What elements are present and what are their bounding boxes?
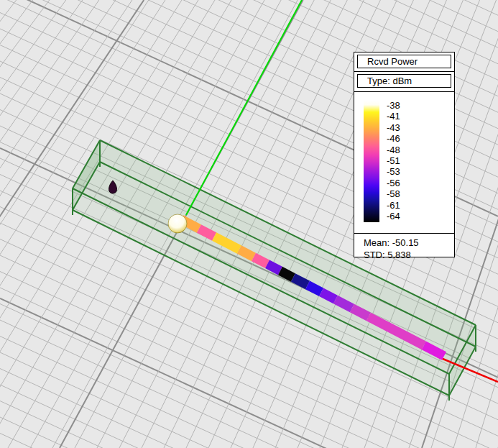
colorbar-tick-label: -51 bbox=[387, 155, 430, 167]
colorbar-tick-label: -41 bbox=[387, 111, 430, 122]
legend-title-box: Rcvd Power bbox=[357, 55, 451, 68]
legend-title-section: Rcvd Power bbox=[354, 55, 454, 72]
std-value: STD: 5.838 bbox=[364, 249, 454, 261]
route-segment[interactable] bbox=[267, 264, 280, 270]
colorbar-tick-label: -61 bbox=[387, 200, 430, 211]
route-segment[interactable] bbox=[293, 278, 308, 285]
colorbar-tick-label: -43 bbox=[387, 122, 430, 134]
colorbar-tick-label: -53 bbox=[387, 166, 430, 178]
colorbar-tick-label: -58 bbox=[387, 188, 430, 200]
colorbar-tick-label: -64 bbox=[387, 211, 430, 222]
colorbar-gradient bbox=[364, 100, 379, 222]
colorbar-tick-label: -46 bbox=[387, 133, 430, 145]
route-segment[interactable] bbox=[254, 257, 267, 264]
viewport-3d[interactable]: Rcvd Power Type: dBm -38-41-43-46-48-51-… bbox=[0, 0, 498, 448]
colorbar-section: -38-41-43-46-48-51-53-56-58-61-64 bbox=[354, 92, 454, 234]
route-segment[interactable] bbox=[308, 285, 321, 292]
colorbar-tick-label: -38 bbox=[387, 100, 430, 111]
route-segment[interactable] bbox=[280, 271, 293, 278]
route-segment[interactable] bbox=[321, 292, 336, 299]
mean-value: Mean: -50.15 bbox=[364, 237, 454, 249]
legend-type-box: Type: dBm bbox=[357, 74, 451, 88]
route-segment[interactable] bbox=[239, 250, 254, 257]
legend-type-label: Type: dBm bbox=[367, 76, 412, 86]
legend-stats-section: Mean: -50.15 STD: 5.838 bbox=[354, 234, 454, 261]
origin-sphere-marker[interactable] bbox=[168, 214, 187, 233]
colorbar-tick-label: -56 bbox=[387, 178, 430, 189]
legend-title: Rcvd Power bbox=[367, 56, 418, 67]
legend-panel: Rcvd Power Type: dBm -38-41-43-46-48-51-… bbox=[354, 52, 455, 257]
legend-type-section: Type: dBm bbox=[354, 74, 454, 92]
colorbar-tick-label: -48 bbox=[387, 145, 430, 156]
